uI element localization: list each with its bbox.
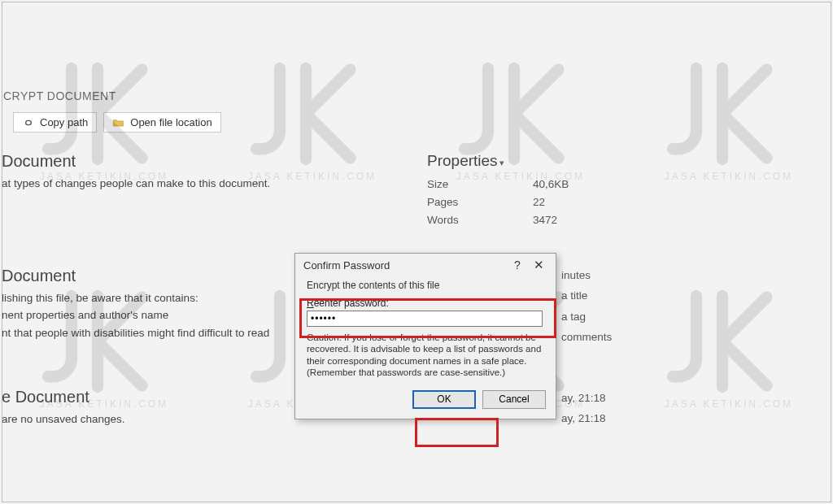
caution-text: Caution: If you lose or forget the passw… bbox=[307, 332, 543, 379]
prop-tail[interactable]: comments bbox=[561, 327, 612, 347]
folder-open-icon bbox=[112, 117, 125, 128]
protect-document-section: Document at types of changes people can … bbox=[0, 152, 427, 192]
prop-val-pages: 22 bbox=[533, 196, 833, 208]
properties-table: Size 40,6KB Pages 22 Words 3472 bbox=[427, 178, 833, 226]
toolbar: Copy path Open file location bbox=[0, 112, 833, 133]
confirm-password-dialog: Confirm Password ? ✕ Encrypt the content… bbox=[294, 253, 556, 419]
prop-tail: ay, 21:18 bbox=[561, 409, 606, 429]
cancel-button[interactable]: Cancel bbox=[482, 390, 546, 409]
reenter-password-input[interactable] bbox=[307, 311, 543, 327]
copy-path-label: Copy path bbox=[40, 116, 88, 128]
prop-key-words: Words bbox=[427, 214, 533, 226]
copy-path-button[interactable]: Copy path bbox=[13, 112, 97, 133]
open-location-button[interactable]: Open file location bbox=[103, 112, 220, 133]
help-icon[interactable]: ? bbox=[507, 259, 528, 272]
prop-tail[interactable]: a title bbox=[561, 285, 612, 306]
prop-key-pages: Pages bbox=[427, 196, 533, 208]
prop-val-size: 40,6KB bbox=[533, 178, 833, 190]
prop-tail[interactable]: a tag bbox=[561, 306, 612, 327]
link-icon bbox=[22, 117, 35, 128]
close-icon[interactable]: ✕ bbox=[528, 258, 549, 272]
prop-tail: ay, 21:18 bbox=[561, 389, 606, 409]
prop-key-size: Size bbox=[427, 178, 533, 190]
prop-val-words: 3472 bbox=[533, 214, 833, 226]
chevron-down-icon: ▾ bbox=[498, 158, 504, 167]
dialog-subtitle: Encrypt the contents of this file bbox=[307, 280, 546, 291]
section-body: at types of changes people can make to t… bbox=[0, 176, 427, 192]
properties-heading[interactable]: Properties▾ bbox=[427, 152, 833, 170]
doc-name-label: CRYPT DOCUMENT bbox=[0, 89, 833, 102]
dialog-title: Confirm Password bbox=[303, 259, 507, 272]
dialog-titlebar[interactable]: Confirm Password ? ✕ bbox=[295, 254, 556, 276]
prop-tail: inutes bbox=[561, 265, 612, 285]
section-heading: Document bbox=[0, 152, 427, 171]
open-location-label: Open file location bbox=[130, 116, 212, 128]
password-label: Reenter password: bbox=[307, 298, 546, 309]
ok-button[interactable]: OK bbox=[412, 390, 476, 409]
